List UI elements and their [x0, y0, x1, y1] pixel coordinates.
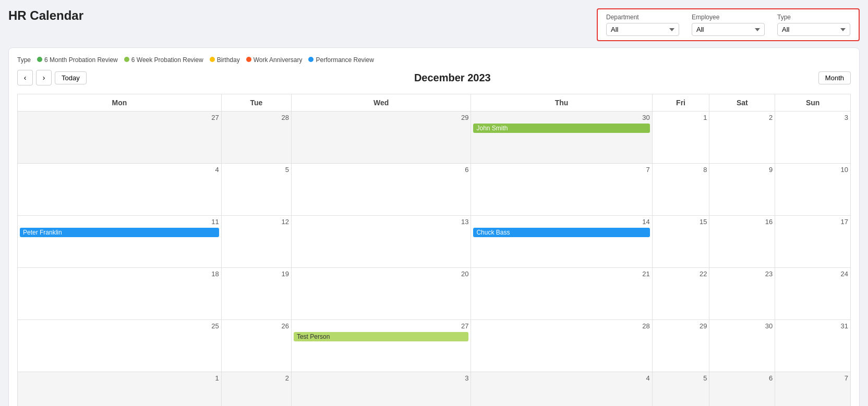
calendar-cell[interactable]: 13	[291, 216, 471, 268]
calendar-cell[interactable]: 4	[18, 164, 222, 216]
calendar-cell[interactable]: 22	[652, 268, 709, 320]
calendar-cell[interactable]: 26	[221, 320, 291, 372]
top-bar: HR Calendar Department All Employee All	[8, 8, 860, 41]
calendar-cell[interactable]: 1	[18, 372, 222, 407]
day-number: 6	[712, 374, 773, 382]
calendar-cell[interactable]: 18	[18, 268, 222, 320]
calendar-event[interactable]: John Smith	[473, 124, 649, 133]
calendar-cell[interactable]: 14Chuck Bass	[471, 216, 652, 268]
calendar-cell[interactable]: 10	[775, 164, 851, 216]
calendar-cell[interactable]: 27	[18, 112, 222, 164]
calendar-table: Mon Tue Wed Thu Fri Sat Sun 27282930John…	[17, 94, 851, 406]
calendar-cell[interactable]: 15	[652, 216, 709, 268]
day-number: 29	[655, 322, 707, 330]
calendar-cell[interactable]: 30John Smith	[471, 112, 652, 164]
day-number: 16	[712, 218, 773, 226]
day-number: 4	[473, 374, 649, 382]
calendar-cell[interactable]: 2	[709, 112, 775, 164]
calendar-cell[interactable]: 25	[18, 320, 222, 372]
page-wrapper: HR Calendar Department All Employee All	[0, 0, 868, 406]
calendar-cell[interactable]: 7	[775, 372, 851, 407]
calendar-cell[interactable]: 29	[652, 320, 709, 372]
calendar-card: Type 6 Month Probation Review 6 Week Pro…	[8, 47, 860, 406]
day-number: 7	[777, 374, 848, 382]
legend-dot-anniversary	[246, 57, 251, 62]
calendar-cell[interactable]: 7	[471, 164, 652, 216]
calendar-event[interactable]: Chuck Bass	[473, 228, 649, 237]
calendar-cell[interactable]: 17	[775, 216, 851, 268]
calendar-cell[interactable]: 21	[471, 268, 652, 320]
day-number: 2	[224, 374, 289, 382]
calendar-cell[interactable]: 3	[291, 372, 471, 407]
day-number: 8	[655, 166, 707, 174]
calendar-event[interactable]: Test Person	[294, 332, 469, 341]
day-number: 14	[473, 218, 649, 226]
legend-dot-performance	[308, 57, 314, 62]
col-sat: Sat	[709, 94, 775, 112]
legend-prefix: Type	[17, 56, 31, 64]
calendar-cell[interactable]: 9	[709, 164, 775, 216]
calendar-cell[interactable]: 3	[775, 112, 851, 164]
nav-buttons: ‹ › Today	[17, 70, 87, 85]
calendar-month-title: December 2023	[414, 72, 491, 84]
employee-label: Employee	[692, 14, 765, 21]
month-view-button[interactable]: Month	[818, 71, 851, 84]
calendar-cell[interactable]: 23	[709, 268, 775, 320]
type-filter-group: Type All	[777, 14, 850, 36]
calendar-cell[interactable]: 11Peter Franklin	[18, 216, 222, 268]
calendar-cell[interactable]: 24	[775, 268, 851, 320]
legend-item-birthday: Birthday	[210, 56, 240, 64]
prev-button[interactable]: ‹	[17, 70, 33, 85]
next-button[interactable]: ›	[36, 70, 52, 85]
legend-item-6month: 6 Month Probation Review	[37, 56, 118, 64]
day-number: 9	[712, 166, 773, 174]
department-label: Department	[606, 14, 679, 21]
calendar-cell[interactable]: 29	[291, 112, 471, 164]
employee-select[interactable]: All	[692, 23, 765, 36]
page-title: HR Calendar	[8, 8, 83, 23]
day-number: 5	[655, 374, 707, 382]
col-wed: Wed	[291, 94, 471, 112]
col-mon: Mon	[18, 94, 222, 112]
type-label: Type	[777, 14, 850, 21]
day-number: 28	[224, 114, 289, 121]
calendar-cell[interactable]: 6	[291, 164, 471, 216]
day-number: 28	[473, 322, 649, 330]
calendar-cell[interactable]: 5	[652, 372, 709, 407]
col-thu: Thu	[471, 94, 652, 112]
legend-item-6week: 6 Week Probation Review	[124, 56, 203, 64]
calendar-cell[interactable]: 6	[709, 372, 775, 407]
calendar-cell[interactable]: 12	[221, 216, 291, 268]
type-select[interactable]: All	[777, 23, 850, 36]
legend-item-performance: Performance Review	[308, 56, 373, 64]
calendar-cell[interactable]: 2	[221, 372, 291, 407]
calendar-cell[interactable]: 20	[291, 268, 471, 320]
calendar-cell[interactable]: 31	[775, 320, 851, 372]
calendar-cell[interactable]: 16	[709, 216, 775, 268]
calendar-cell[interactable]: 4	[471, 372, 652, 407]
col-tue: Tue	[221, 94, 291, 112]
calendar-cell[interactable]: 19	[221, 268, 291, 320]
calendar-cell[interactable]: 27Test Person	[291, 320, 471, 372]
calendar-cell[interactable]: 28	[471, 320, 652, 372]
calendar-cell[interactable]: 8	[652, 164, 709, 216]
day-number: 1	[655, 114, 707, 121]
col-fri: Fri	[652, 94, 709, 112]
day-number: 26	[224, 322, 289, 330]
day-number: 21	[473, 270, 649, 278]
calendar-event[interactable]: Peter Franklin	[20, 228, 219, 237]
department-select[interactable]: All	[606, 23, 679, 36]
calendar-cell[interactable]: 28	[221, 112, 291, 164]
day-number: 22	[655, 270, 707, 278]
day-number: 10	[777, 166, 848, 174]
calendar-cell[interactable]: 1	[652, 112, 709, 164]
day-number: 27	[294, 322, 469, 330]
day-number: 11	[20, 218, 219, 226]
filters-box: Department All Employee All Type All	[597, 8, 860, 41]
today-button[interactable]: Today	[55, 71, 87, 84]
day-number: 1	[20, 374, 219, 382]
day-number: 29	[294, 114, 469, 121]
day-number: 25	[20, 322, 219, 330]
calendar-cell[interactable]: 30	[709, 320, 775, 372]
calendar-cell[interactable]: 5	[221, 164, 291, 216]
